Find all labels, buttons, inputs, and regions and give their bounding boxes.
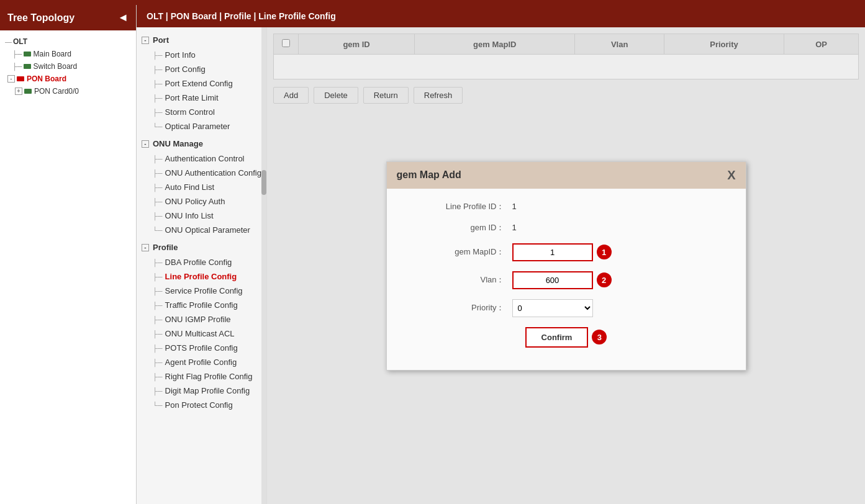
modal-header: gem Map Add X bbox=[387, 162, 746, 189]
modal-row-line-profile-id: Line Profile ID： 1 bbox=[405, 201, 727, 212]
gem-map-add-modal: gem Map Add X Line Profile ID： 1 ge bbox=[386, 161, 746, 371]
nav-item-optical-parameter[interactable]: └─ Optical Parameter bbox=[137, 119, 266, 133]
modal-close-button[interactable]: X bbox=[727, 168, 735, 182]
line-profile-id-label: Line Profile ID： bbox=[405, 201, 505, 212]
confirm-button[interactable]: Confirm bbox=[525, 327, 589, 348]
nav-item-agent-profile[interactable]: ├─ Agent Profile Config bbox=[137, 355, 266, 369]
nav-item-auth-control[interactable]: ├─ Authentication Control bbox=[137, 151, 266, 166]
main-board-icon bbox=[24, 52, 31, 56]
modal-overlay: gem Map Add X Line Profile ID： 1 ge bbox=[267, 27, 865, 504]
step-2-badge: 2 bbox=[597, 272, 612, 287]
tree-item-olt[interactable]: — OLT bbox=[2, 35, 134, 48]
nav-item-onu-igmp[interactable]: ├─ ONU IGMP Profile bbox=[137, 312, 266, 326]
priority-label: Priority： bbox=[405, 302, 505, 313]
modal-row-gem-mapid: gem MapID： 1 bbox=[405, 243, 727, 261]
tree-item-main-board[interactable]: ├─ Main Board bbox=[2, 48, 134, 60]
nav-panel: - Port ├─ Port Info ├─ Port Config ├─ Po… bbox=[137, 27, 267, 504]
sidebar: Tree Topology ◄ — OLT ├─ Main Board ├─ S… bbox=[0, 5, 137, 504]
priority-select[interactable]: 0 1 2 3 4 5 6 7 bbox=[512, 299, 593, 317]
modal-row-vlan: Vlan： 2 bbox=[405, 271, 727, 289]
nav-item-port-info[interactable]: ├─ Port Info bbox=[137, 48, 266, 62]
modal-row-priority: Priority： 0 1 2 3 4 5 6 7 bbox=[405, 299, 727, 317]
port-section-header[interactable]: - Port bbox=[137, 32, 266, 48]
gem-mapid-input[interactable] bbox=[512, 243, 593, 261]
sidebar-header[interactable]: Tree Topology ◄ bbox=[0, 5, 136, 30]
nav-section-onu: - ONU Manage ├─ Authentication Control ├… bbox=[137, 136, 266, 237]
nav-item-onu-optical-param[interactable]: └─ ONU Optical Parameter bbox=[137, 223, 266, 237]
nav-item-pots-profile[interactable]: ├─ POTS Profile Config bbox=[137, 341, 266, 355]
collapse-icon[interactable]: ◄ bbox=[117, 11, 129, 24]
nav-item-dba-profile[interactable]: ├─ DBA Profile Config bbox=[137, 255, 266, 269]
nav-item-service-profile[interactable]: ├─ Service Profile Config bbox=[137, 284, 266, 298]
vlan-label: Vlan： bbox=[405, 274, 505, 286]
nav-item-onu-policy-auth[interactable]: ├─ ONU Policy Auth bbox=[137, 194, 266, 209]
nav-item-pon-protect[interactable]: └─ Pon Protect Config bbox=[137, 398, 266, 412]
profile-expand-icon: - bbox=[142, 244, 149, 251]
line-profile-id-value: 1 bbox=[512, 202, 517, 211]
modal-row-gem-id: gem ID： 1 bbox=[405, 222, 727, 233]
nav-item-port-config[interactable]: ├─ Port Config bbox=[137, 62, 266, 76]
onu-section-header[interactable]: - ONU Manage bbox=[137, 136, 266, 151]
tree-container: — OLT ├─ Main Board ├─ Switch Board - PO… bbox=[0, 30, 136, 504]
nav-item-port-extend-config[interactable]: ├─ Port Extend Config bbox=[137, 76, 266, 91]
breadcrumb: OLT | PON Board | Profile | Line Profile… bbox=[137, 5, 865, 27]
pon-board-expand[interactable]: - bbox=[7, 75, 15, 83]
port-expand-icon: - bbox=[142, 37, 149, 44]
nav-section-port: - Port ├─ Port Info ├─ Port Config ├─ Po… bbox=[137, 32, 266, 133]
table-area: Foro 🌐 ISP gem ID gem MapID Vlan bbox=[267, 27, 865, 504]
top-bar bbox=[0, 0, 865, 5]
pon-card-icon bbox=[24, 89, 32, 94]
gem-id-label: gem ID： bbox=[405, 222, 505, 233]
nav-item-right-flag-profile[interactable]: ├─ Right Flag Profile Config bbox=[137, 369, 266, 384]
nav-scrollbar-thumb[interactable] bbox=[261, 170, 266, 195]
tree-item-pon-board[interactable]: - PON Board bbox=[2, 73, 134, 85]
onu-expand-icon: - bbox=[142, 140, 149, 148]
nav-item-onu-auth-config[interactable]: ├─ ONU Authentication Config bbox=[137, 166, 266, 180]
nav-item-onu-multicast-acl[interactable]: ├─ ONU Multicast ACL bbox=[137, 326, 266, 341]
nav-item-onu-info-list[interactable]: ├─ ONU Info List bbox=[137, 209, 266, 223]
modal-body: Line Profile ID： 1 gem ID： 1 gem MapID： bbox=[387, 189, 746, 370]
nav-item-traffic-profile[interactable]: ├─ Traffic Profile Config bbox=[137, 298, 266, 312]
tree-item-pon-card[interactable]: + PON Card0/0 bbox=[2, 85, 134, 97]
nav-scrollbar[interactable] bbox=[261, 27, 266, 504]
gem-id-value: 1 bbox=[512, 223, 517, 232]
step-1-badge: 1 bbox=[597, 245, 612, 259]
nav-item-port-rate-limit[interactable]: ├─ Port Rate Limit bbox=[137, 91, 266, 105]
pon-board-icon bbox=[17, 76, 24, 81]
nav-item-auto-find-list[interactable]: ├─ Auto Find List bbox=[137, 180, 266, 194]
switch-board-icon bbox=[24, 64, 31, 69]
profile-section-header[interactable]: - Profile bbox=[137, 240, 266, 255]
pon-card-expand[interactable]: + bbox=[15, 88, 22, 95]
sidebar-title: Tree Topology bbox=[7, 12, 75, 24]
nav-item-storm-control[interactable]: ├─ Storm Control bbox=[137, 105, 266, 119]
step-3-badge: 3 bbox=[592, 330, 607, 344]
tree-item-switch-board[interactable]: ├─ Switch Board bbox=[2, 60, 134, 73]
content: OLT | PON Board | Profile | Line Profile… bbox=[137, 5, 865, 504]
modal-title: gem Map Add bbox=[397, 169, 461, 181]
modal-row-confirm: Confirm 3 bbox=[405, 327, 727, 348]
vlan-input[interactable] bbox=[512, 271, 593, 289]
nav-section-profile: - Profile ├─ DBA Profile Config ├─ Line … bbox=[137, 240, 266, 412]
gem-mapid-label: gem MapID： bbox=[405, 246, 505, 258]
nav-item-digit-map-profile[interactable]: ├─ Digit Map Profile Config bbox=[137, 384, 266, 398]
nav-item-line-profile[interactable]: ├─ Line Profile Config bbox=[137, 269, 266, 284]
